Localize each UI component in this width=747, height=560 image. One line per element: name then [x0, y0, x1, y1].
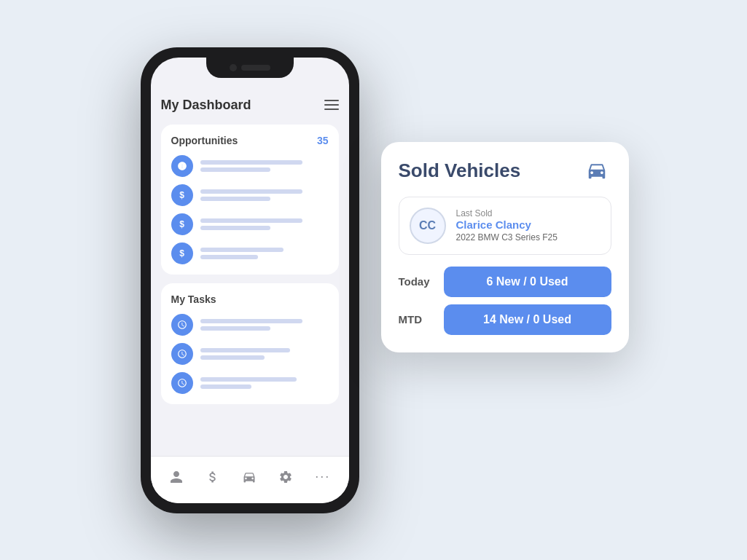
clock-circle-icon-2 — [171, 343, 193, 365]
list-item: $ — [171, 213, 329, 235]
list-item — [171, 343, 329, 365]
nav-settings[interactable] — [278, 470, 293, 484]
sold-vehicles-card: Sold Vehicles CC Last Sold Clarice Clanc… — [381, 142, 629, 352]
phone-content: My Dashboard Opportunities 35 — [151, 58, 349, 456]
item-lines — [200, 248, 329, 259]
item-line-short — [200, 255, 258, 259]
opportunities-section: Opportunities 35 $ $ — [161, 125, 339, 275]
item-line-short — [200, 326, 271, 331]
nav-more[interactable]: ··· — [315, 469, 330, 484]
hamburger-line-3 — [324, 109, 339, 110]
phone: My Dashboard Opportunities 35 — [141, 47, 359, 513]
svg-text:$: $ — [181, 163, 184, 169]
dollar-circle-icon-4: $ — [171, 242, 193, 264]
dollar-circle-icon-2: $ — [171, 184, 193, 206]
card-title: Sold Vehicles — [399, 159, 521, 182]
today-badge: 6 New / 0 Used — [444, 267, 611, 297]
item-line-short — [200, 384, 251, 389]
dollar-circle-icon-3: $ — [171, 213, 193, 235]
list-item: $ — [171, 184, 329, 206]
hamburger-line-1 — [324, 100, 339, 101]
last-sold-vehicle: 2022 BMW C3 Series F25 — [456, 232, 558, 242]
last-sold-box: CC Last Sold Clarice Clancy 2022 BMW C3 … — [399, 197, 611, 255]
dollar-circle-icon-1: $ — [171, 155, 193, 177]
mtd-stats-row: MTD 14 New / 0 Used — [399, 304, 611, 335]
item-line-long — [200, 377, 297, 382]
item-line-short — [200, 355, 265, 360]
list-item — [171, 372, 329, 394]
last-sold-info: Last Sold Clarice Clancy 2022 BMW C3 Ser… — [456, 208, 558, 242]
item-line-short — [200, 167, 271, 172]
scene: My Dashboard Opportunities 35 — [119, 25, 629, 535]
item-lines — [200, 319, 329, 331]
hamburger-line-2 — [324, 104, 339, 106]
notch-speaker — [241, 65, 270, 71]
mtd-label: MTD — [399, 313, 435, 326]
item-line-long — [200, 218, 303, 223]
item-line-long — [200, 348, 290, 352]
item-lines — [200, 160, 329, 172]
nav-car[interactable] — [242, 470, 257, 484]
opportunities-header: Opportunities 35 — [171, 135, 329, 146]
last-sold-name: Clarice Clancy — [456, 218, 558, 231]
item-line-short — [200, 197, 271, 201]
item-lines — [200, 218, 329, 230]
card-header: Sold Vehicles — [399, 159, 611, 182]
nav-person[interactable] — [169, 470, 184, 484]
tasks-section: My Tasks — [161, 283, 339, 404]
item-line-long — [200, 160, 303, 165]
list-item: $ — [171, 242, 329, 264]
phone-notch — [206, 58, 294, 78]
tasks-header: My Tasks — [171, 293, 329, 305]
list-item — [171, 314, 329, 336]
today-label: Today — [399, 275, 435, 288]
item-lines — [200, 377, 329, 389]
today-stats-row: Today 6 New / 0 Used — [399, 267, 611, 297]
item-lines — [200, 189, 329, 201]
item-lines — [200, 348, 329, 360]
tasks-label: My Tasks — [171, 293, 216, 305]
phone-header: My Dashboard — [161, 98, 339, 113]
item-line-long — [200, 248, 283, 252]
notch-camera — [230, 64, 237, 71]
list-item: $ — [171, 155, 329, 177]
bottom-nav: ··· — [151, 456, 349, 503]
last-sold-label: Last Sold — [456, 208, 558, 218]
opportunities-count: 35 — [317, 135, 329, 146]
hamburger-icon[interactable] — [324, 100, 339, 110]
item-line-long — [200, 189, 303, 194]
avatar: CC — [410, 208, 446, 244]
nav-dollar[interactable] — [206, 470, 220, 484]
phone-screen: My Dashboard Opportunities 35 — [151, 58, 349, 503]
phone-title: My Dashboard — [161, 98, 251, 113]
item-line-long — [200, 319, 303, 323]
clock-circle-icon-3 — [171, 372, 193, 394]
opportunities-label: Opportunities — [171, 135, 238, 146]
sold-vehicles-car-icon — [582, 159, 611, 181]
mtd-badge: 14 New / 0 Used — [444, 304, 611, 335]
clock-circle-icon-1 — [171, 314, 193, 336]
item-line-short — [200, 226, 271, 230]
